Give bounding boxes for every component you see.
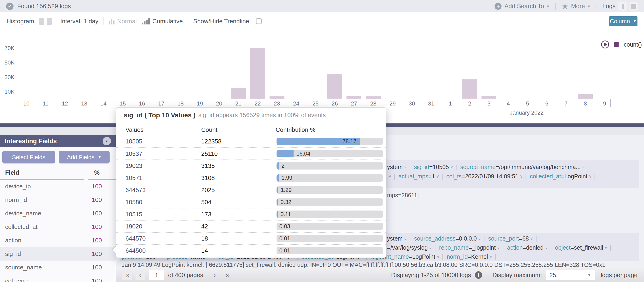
collapse-panel-button[interactable]: ‹ — [102, 137, 111, 145]
histogram-view-icon[interactable] — [39, 18, 44, 25]
log-tag-line: ystem∨|source_address=0.0.0.0∨|source_po… — [387, 235, 540, 242]
cumulative-bars-icon — [142, 18, 150, 24]
play-icon[interactable] — [601, 40, 609, 48]
prev-page-button[interactable]: ‹ — [136, 270, 145, 280]
log-tag-repo_name[interactable]: repo_name=_logpoint — [439, 244, 496, 251]
chevron-down-icon[interactable]: ∨ — [437, 254, 440, 259]
chevron-down-icon: ∨ — [404, 236, 407, 241]
chevron-down-icon[interactable]: ∨ — [545, 245, 548, 250]
tag-value: =2022/01/09 14:09:51 — [462, 173, 518, 180]
field-percent: 100 — [88, 223, 102, 231]
field-row-norm_id[interactable]: norm_id100 — [0, 193, 116, 207]
chevron-down-icon[interactable]: ∨ — [490, 254, 492, 259]
chevron-down-icon[interactable]: ∨ — [604, 245, 608, 250]
field-name: collected_at — [0, 223, 38, 231]
chevron-down-icon[interactable]: ∨ — [436, 174, 439, 179]
histogram-bar-26[interactable] — [327, 74, 342, 99]
chevron-down-icon[interactable]: ∨ — [582, 165, 585, 170]
log-tag-col_ts[interactable]: col_ts=2022/01/09 14:09:51 — [446, 173, 518, 180]
contribution-bar-fill — [276, 211, 278, 218]
top-value-count: 2025 — [201, 187, 215, 194]
field-percent: 100 — [88, 210, 102, 217]
first-page-button[interactable]: « — [122, 270, 132, 280]
display-maximum-select[interactable]: 25 ▼ — [546, 270, 595, 280]
chevron-down-icon[interactable]: ∨ — [530, 236, 533, 241]
chevron-down-icon[interactable]: ∨ — [589, 174, 592, 179]
top-value[interactable]: 10580 — [126, 199, 142, 206]
tag-separator: | — [594, 173, 596, 180]
top-value[interactable]: 10571 — [126, 174, 142, 182]
top-value[interactable]: 644570 — [126, 235, 146, 242]
log-tag-norm_id[interactable]: norm_id=Kernel — [447, 253, 488, 260]
log-tag-source_name[interactable]: source_name=/opt/immune/var/log/benchma.… — [460, 164, 580, 170]
page-number-input[interactable] — [149, 270, 164, 280]
log-tag-actual_mps[interactable]: actual_mps=1 — [398, 173, 435, 180]
log-tag-source_address[interactable]: source_address=0.0.0.0 — [414, 235, 477, 242]
top-value[interactable]: 10515 — [126, 211, 142, 218]
contribution-percent-label: 1.99 — [282, 175, 292, 181]
field-row-col_type[interactable]: col_type100 — [0, 274, 116, 282]
histogram-bar-27[interactable] — [346, 96, 362, 99]
select-fields-button[interactable]: Select Fields — [2, 151, 55, 163]
top-value[interactable]: 19023 — [126, 162, 142, 170]
top-value[interactable]: 10505 — [126, 138, 142, 145]
log-tag-action[interactable]: action=denied — [507, 244, 544, 251]
x-axis-tick-label: 6 — [538, 100, 555, 107]
contribution-bar-track: 1.99 — [276, 174, 383, 182]
add-search-to-menu[interactable]: + Add Search To ▾ — [494, 2, 549, 10]
log-raw-message[interactable]: mps=28611; — [387, 192, 419, 199]
field-row-device_ip[interactable]: device_ip100 — [0, 180, 116, 193]
top-value-row: 105372511016.04 — [116, 147, 386, 160]
top-value[interactable]: 644573 — [126, 187, 146, 194]
chevron-down-icon[interactable]: ∨ — [497, 245, 500, 250]
field-name: col_type — [0, 277, 28, 282]
trendline-checkbox[interactable] — [256, 18, 262, 24]
field-name: norm_id — [0, 196, 27, 204]
next-page-button[interactable]: › — [210, 270, 220, 280]
log-tag-object[interactable]: object=set_firewall — [555, 244, 603, 251]
column-dropdown-button[interactable]: Column ▼ — [609, 16, 638, 26]
histogram-bar-23[interactable] — [270, 96, 284, 99]
histogram-bar-2[interactable] — [462, 79, 477, 99]
chevron-down-icon[interactable]: ∨ — [520, 174, 523, 179]
more-menu[interactable]: ★ More ▾ — [562, 2, 590, 11]
normal-mode-button[interactable]: Normal — [109, 18, 137, 25]
tag-value: =LogPoint — [561, 173, 587, 180]
log-tag-collected_at[interactable]: collected_at=LogPoint — [530, 173, 588, 180]
top-value[interactable]: 10537 — [126, 150, 142, 157]
field-row-action[interactable]: action100 — [0, 234, 116, 247]
top-value-row: 105805040.32 — [116, 196, 386, 208]
field-row-collected_at[interactable]: collected_at100 — [0, 220, 116, 234]
x-axis-tick-label: 1 — [442, 100, 459, 107]
log-raw-message[interactable]: Jan 9 14:09:49 LogPoint kernel: [ 6629.5… — [122, 262, 605, 269]
log-tag-sig_id[interactable]: sig_id=10505 — [414, 164, 449, 170]
histogram-view-icon-2[interactable] — [47, 18, 52, 25]
field-row-device_name[interactable]: device_name100 — [0, 207, 116, 220]
interval-label[interactable]: Interval: 1 day — [60, 18, 98, 25]
histogram-bar-8[interactable] — [578, 94, 593, 99]
add-fields-button[interactable]: Add Fields ▼ — [59, 151, 110, 163]
contribution-bar-fill — [276, 162, 279, 170]
chevron-down-icon: ▾ — [588, 3, 590, 9]
top-value-count: 122358 — [201, 138, 222, 145]
top-value-row: 64457320251.29 — [116, 184, 386, 196]
tag-separator: | — [434, 244, 436, 251]
log-tag-source_port[interactable]: source_port=68 — [488, 235, 529, 242]
cumulative-mode-button[interactable]: Cumulative — [142, 18, 183, 25]
chevron-down-icon[interactable]: ∨ — [450, 165, 453, 170]
top-value-row: 644570180.01 — [116, 232, 386, 244]
chevron-down-icon[interactable]: ∨ — [478, 236, 481, 241]
info-icon[interactable]: i — [475, 271, 482, 279]
top-value[interactable]: 644500 — [126, 247, 146, 254]
x-axis-tick-label: 26 — [327, 100, 343, 107]
histogram-bar-3[interactable] — [482, 96, 496, 99]
histogram-bar-21[interactable] — [231, 88, 246, 99]
top-value[interactable]: 19020 — [126, 223, 142, 230]
field-row-sig_id[interactable]: sig_id100 — [0, 247, 116, 261]
field-row-source_name[interactable]: source_name100 — [0, 261, 116, 274]
histogram-bar-28[interactable] — [366, 96, 381, 99]
full-view-button[interactable] — [630, 2, 638, 10]
split-view-button[interactable] — [618, 2, 627, 10]
last-page-button[interactable]: » — [223, 270, 232, 280]
histogram-bar-22[interactable] — [250, 48, 265, 99]
